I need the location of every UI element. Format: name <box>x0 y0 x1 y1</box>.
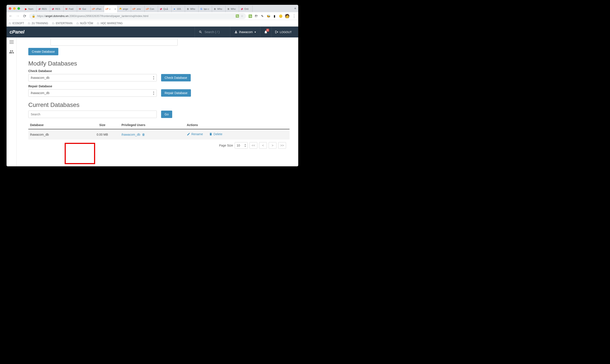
repair-database-button[interactable]: Repair Database <box>161 89 191 97</box>
profile-avatar[interactable]: 🧑 <box>285 14 289 18</box>
repair-database-select[interactable]: ihawacom_db ▴▾ <box>28 89 157 97</box>
page-first[interactable]: << <box>249 142 257 149</box>
current-databases-heading: Current Databases <box>28 102 296 108</box>
browser-tab[interactable]: 🗎Who <box>212 6 226 12</box>
check-database-select[interactable]: ihawacom_db ▴▾ <box>28 74 157 81</box>
sidebar-home-icon[interactable] <box>9 40 14 45</box>
browser-tab[interactable]: cP.env <box>131 6 144 12</box>
browser-tab[interactable]: ▶Nam <box>23 6 37 12</box>
page-size-select[interactable]: 10 ▴▾ <box>235 142 248 149</box>
tab-title: tạo c <box>204 8 209 11</box>
translate-icon[interactable]: 🈯 <box>235 14 239 18</box>
delete-action[interactable]: Delete <box>209 132 222 136</box>
db-name-input[interactable] <box>51 39 178 46</box>
create-database-button[interactable]: Create Database <box>28 48 58 55</box>
svg-rect-0 <box>10 40 11 41</box>
bookmark-folder[interactable]: 🗀2U TRAINING <box>28 22 48 25</box>
extension-icon[interactable]: ▮ <box>273 14 276 18</box>
user-menu[interactable]: ihawacom ▼ <box>230 26 260 38</box>
favicon: G <box>200 7 203 11</box>
privileged-user-link[interactable]: ihawacom_db <box>121 133 140 136</box>
tab-title: Quả <box>163 8 168 11</box>
bookmark-folder[interactable]: 🗀NUÔI TÔM <box>77 22 93 25</box>
database-search-input[interactable] <box>28 111 157 118</box>
tab-title: Who <box>217 8 222 10</box>
bookmark-folder[interactable]: 🗀HỌC MARKETING <box>97 22 123 25</box>
extension-icon[interactable]: 🪙 <box>279 14 283 18</box>
tab-title: Who <box>231 8 236 10</box>
browser-tab[interactable]: MGui <box>77 6 91 12</box>
close-window[interactable] <box>9 7 11 10</box>
new-tab-button[interactable]: + <box>292 6 298 11</box>
favicon: 🗎 <box>186 7 189 11</box>
extension-icon[interactable]: ✎ <box>260 14 264 18</box>
browser-tab[interactable]: Gtạo c <box>198 6 212 12</box>
logout-label: LOGOUT <box>280 30 292 34</box>
pagination: Page Size 10 ▴▾ << < > >> <box>28 140 289 149</box>
minimize-window[interactable] <box>13 7 16 10</box>
check-database-value: ihawacom_db <box>31 76 49 79</box>
check-database-button[interactable]: Check Database <box>161 74 191 81</box>
favicon: ▶ <box>24 7 27 11</box>
address-bar: ← → ⟳ 🔒 https://angel.dotvndns.vn:2083/c… <box>7 12 298 20</box>
back-button[interactable]: ← <box>8 14 13 18</box>
cpanel-search-input[interactable] <box>204 30 226 34</box>
cell-size: 0.00 MB <box>85 129 120 140</box>
browser-tab[interactable]: ⇄RES <box>37 6 50 12</box>
maximize-window[interactable] <box>17 7 20 10</box>
url-input[interactable]: 🔒 https://angel.dotvndns.vn:2083/cpsess2… <box>29 13 246 19</box>
folder-icon: 🗀 <box>9 22 11 25</box>
browser-tab[interactable]: ⇄Onli <box>239 6 253 12</box>
browser-tab[interactable]: MFwd <box>64 6 77 12</box>
search-icon <box>199 30 202 34</box>
page-last[interactable]: >> <box>278 142 286 149</box>
star-icon[interactable]: ☆ <box>241 14 243 18</box>
tab-title: Con <box>150 8 154 10</box>
folder-icon: 🗀 <box>28 22 30 25</box>
bookmark-folder[interactable]: 🗀ICOSOFT <box>9 22 24 25</box>
favicon: M <box>78 7 81 11</box>
page-prev[interactable]: < <box>259 142 267 149</box>
browser-tab[interactable]: ●103. <box>171 6 185 12</box>
bookmarks-bar: 🗀ICOSOFT🗀2U TRAINING🗀ENTERTRAIN🗀NUÔI TÔM… <box>7 20 298 26</box>
go-button[interactable]: Go <box>161 111 172 118</box>
browser-tab[interactable]: cPcPan <box>91 6 104 12</box>
browser-tab[interactable]: ⇄Quả <box>158 6 171 12</box>
sidebar-users-icon[interactable] <box>9 49 14 55</box>
select-chevron-icon: ▴▾ <box>153 91 154 95</box>
favicon: ⇄ <box>38 7 41 11</box>
col-database[interactable]: Database <box>28 121 85 129</box>
extension-icon[interactable]: 🐝 <box>266 14 270 18</box>
extension-icon[interactable]: 🈯 <box>248 14 252 18</box>
col-size[interactable]: Size <box>85 121 120 129</box>
browser-tab[interactable]: 🐣ange <box>117 6 131 12</box>
svg-rect-8 <box>13 43 13 44</box>
page-next[interactable]: > <box>269 142 276 149</box>
forward-button[interactable]: → <box>15 14 20 18</box>
tab-title: Nam <box>28 8 33 10</box>
tab-title: Who <box>190 8 195 10</box>
databases-table: Database Size Privileged Users Actions i… <box>28 121 289 140</box>
browser-tab[interactable]: ⇄RES <box>50 6 64 12</box>
browser-tab[interactable]: 🗎Who <box>185 6 198 12</box>
pencil-icon <box>187 132 190 136</box>
logout-icon <box>275 30 278 34</box>
browser-tab[interactable]: cPc× <box>104 6 117 12</box>
rename-action[interactable]: Rename <box>187 132 203 136</box>
menu-button[interactable]: ⋮ <box>292 14 297 18</box>
close-tab-icon[interactable]: × <box>114 7 116 11</box>
logout-button[interactable]: LOGOUT <box>271 26 295 38</box>
notifications[interactable]: 1 <box>260 26 271 38</box>
reload-button[interactable]: ⟳ <box>22 14 27 18</box>
repair-database-value: ihawacom_db <box>31 91 49 95</box>
tab-bar: ▶Nam⇄RES⇄RESMFwdMGuicPcPancPc×🐣angecP.en… <box>7 5 298 12</box>
username: ihawacom <box>239 30 253 34</box>
remove-user-icon[interactable]: 🗑 <box>142 133 145 136</box>
cpanel-search[interactable] <box>195 26 230 38</box>
browser-tab[interactable]: cPCon <box>144 6 158 12</box>
folder-icon: 🗀 <box>52 22 55 25</box>
browser-tab[interactable]: 🗎Who <box>226 6 239 12</box>
extension-icon[interactable]: f? <box>254 14 258 18</box>
bookmark-folder[interactable]: 🗀ENTERTRAIN <box>52 22 72 25</box>
col-users[interactable]: Privileged Users <box>120 121 185 129</box>
